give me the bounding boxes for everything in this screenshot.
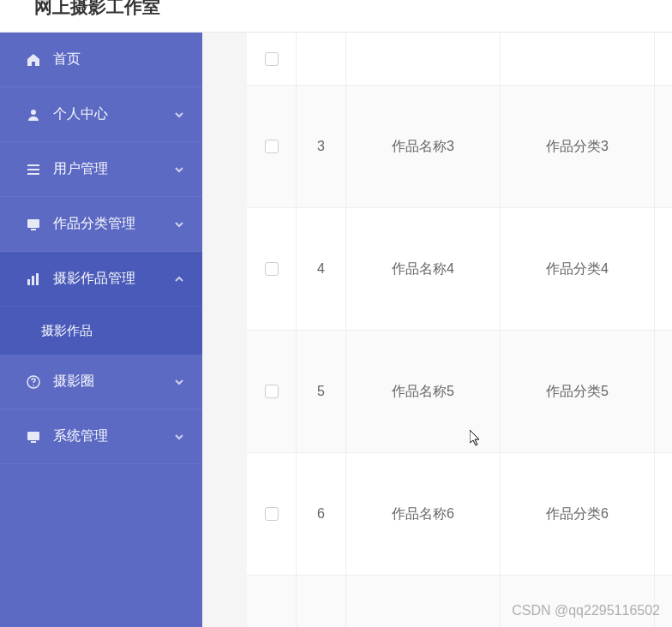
cell-checkbox (247, 576, 297, 627)
sidebar-item-label: 首页 (53, 51, 185, 69)
svg-rect-11 (27, 432, 39, 440)
svg-rect-4 (27, 219, 39, 228)
cell-name (346, 576, 501, 627)
cell-category: 作品分类5 (501, 331, 655, 452)
checkbox[interactable] (265, 52, 279, 66)
cell-checkbox (247, 208, 297, 330)
checkbox[interactable] (265, 385, 279, 398)
sidebar-item-label: 用户管理 (53, 160, 173, 178)
checkbox[interactable] (265, 262, 279, 276)
sidebar-subitem-label: 摄影作品 (41, 323, 93, 339)
table-row (247, 576, 672, 627)
monitor-icon (26, 217, 41, 232)
checkbox[interactable] (265, 507, 279, 521)
help-icon (26, 374, 41, 390)
svg-rect-8 (36, 273, 39, 285)
header: 网上摄影工作室 (0, 0, 672, 33)
svg-point-0 (31, 110, 36, 115)
layout: 首页 个人中心 用户管理 作品分类管理 (0, 33, 672, 627)
cell-checkbox (247, 331, 297, 452)
table-row: 4 作品名称4 作品分类4 (247, 208, 672, 331)
page-title: 网上摄影工作室 (34, 0, 160, 19)
chevron-down-icon (173, 431, 185, 443)
svg-rect-2 (27, 169, 39, 170)
sidebar-subitem-works[interactable]: 摄影作品 (0, 307, 202, 355)
cell-index (297, 33, 346, 85)
svg-point-10 (33, 385, 34, 386)
chevron-down-icon (173, 218, 185, 230)
bars-icon (26, 272, 41, 287)
sidebar-item-category-mgmt[interactable]: 作品分类管理 (0, 197, 202, 252)
cell-category (501, 33, 655, 85)
cell-index (297, 576, 346, 627)
sidebar-item-circle[interactable]: 摄影圈 (0, 355, 202, 409)
svg-rect-7 (32, 276, 34, 285)
monitor-icon (26, 429, 41, 445)
table-row: 6 作品名称6 作品分类6 (247, 453, 672, 576)
table-row (247, 33, 672, 86)
cell-checkbox (247, 33, 297, 85)
content: 3 作品名称3 作品分类3 4 作品名称4 作品分类4 5 作品名称5 作品分类… (202, 33, 672, 627)
svg-rect-6 (27, 279, 30, 285)
sidebar-item-label: 系统管理 (53, 427, 173, 445)
watermark: CSDN @qq2295116502 (512, 603, 660, 618)
cell-checkbox (247, 453, 297, 575)
sidebar-item-home[interactable]: 首页 (0, 33, 202, 87)
cell-category (501, 576, 655, 627)
svg-rect-12 (31, 441, 36, 443)
svg-rect-1 (27, 164, 39, 166)
table-row: 5 作品名称5 作品分类5 (247, 331, 672, 453)
chevron-down-icon (173, 376, 185, 388)
sidebar-item-label: 个人中心 (53, 105, 173, 123)
cell-index: 3 (297, 86, 346, 207)
cell-category: 作品分类6 (501, 453, 655, 575)
svg-rect-5 (31, 229, 36, 230)
cell-category: 作品分类3 (501, 86, 655, 207)
list-icon (26, 162, 41, 177)
svg-rect-3 (27, 173, 39, 175)
table-row: 3 作品名称3 作品分类3 (247, 86, 672, 208)
cell-category: 作品分类4 (501, 208, 655, 330)
cell-name: 作品名称3 (346, 86, 501, 207)
sidebar-item-works-mgmt[interactable]: 摄影作品管理 (0, 252, 202, 307)
cell-index: 4 (297, 208, 346, 330)
sidebar-item-label: 摄影作品管理 (53, 270, 173, 288)
sidebar: 首页 个人中心 用户管理 作品分类管理 (0, 33, 202, 627)
sidebar-item-label: 作品分类管理 (53, 215, 173, 233)
chevron-down-icon (173, 164, 185, 176)
cell-index: 6 (297, 453, 346, 575)
user-icon (26, 107, 41, 122)
table: 3 作品名称3 作品分类3 4 作品名称4 作品分类4 5 作品名称5 作品分类… (247, 33, 672, 627)
checkbox[interactable] (265, 140, 279, 153)
cell-index: 5 (297, 331, 346, 452)
chevron-up-icon (173, 273, 185, 285)
sidebar-item-profile[interactable]: 个人中心 (0, 87, 202, 142)
cell-name (346, 33, 501, 85)
home-icon (26, 52, 41, 68)
cell-name: 作品名称4 (346, 208, 501, 330)
cell-checkbox (247, 86, 297, 207)
sidebar-item-system[interactable]: 系统管理 (0, 409, 202, 464)
cell-name: 作品名称5 (346, 331, 501, 452)
cell-name: 作品名称6 (346, 453, 501, 575)
sidebar-item-label: 摄影圈 (53, 373, 173, 391)
chevron-down-icon (173, 109, 185, 121)
sidebar-item-user-mgmt[interactable]: 用户管理 (0, 142, 202, 197)
